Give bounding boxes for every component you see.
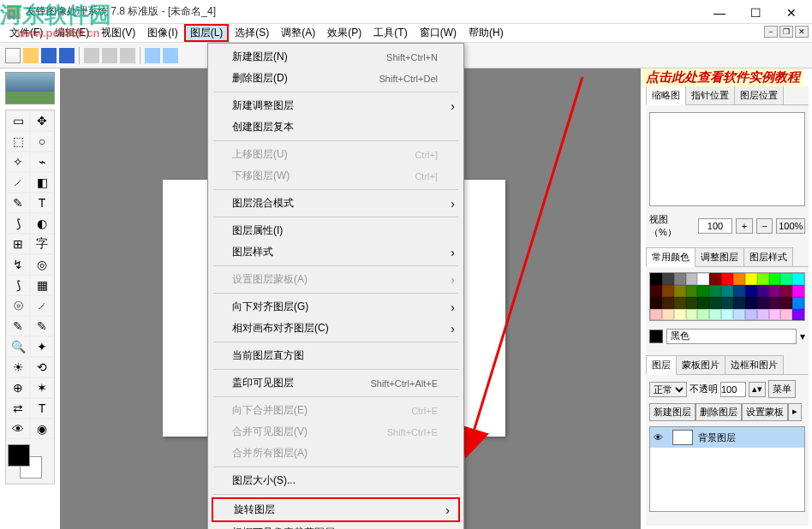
menu-item-根据可见像素裁剪[interactable]: 根据可见像素裁剪图层 bbox=[208, 522, 463, 529]
tool-button-25[interactable]: ⟲ bbox=[30, 357, 54, 377]
palette-cell[interactable] bbox=[721, 273, 733, 285]
palette-cell[interactable] bbox=[780, 273, 792, 285]
tab-调整图层[interactable]: 调整图层 bbox=[695, 247, 744, 266]
layer-menu-button[interactable]: 菜单 bbox=[768, 380, 796, 398]
tool-button-19[interactable]: ⟋ bbox=[30, 295, 54, 316]
opacity-input[interactable] bbox=[720, 382, 746, 397]
palette-cell[interactable] bbox=[721, 309, 733, 321]
tutorial-link[interactable]: 点击此处查看软件实例教程 bbox=[642, 68, 803, 86]
layer-op-设置蒙板[interactable]: 设置蒙板 bbox=[742, 403, 788, 421]
tab-边框和图片[interactable]: 边框和图片 bbox=[725, 355, 784, 374]
tool-button-27[interactable]: ✶ bbox=[30, 377, 54, 398]
tool-button-31[interactable]: ◉ bbox=[30, 419, 54, 439]
palette-cell[interactable] bbox=[757, 285, 769, 297]
save-icon[interactable] bbox=[41, 48, 57, 63]
tool-button-30[interactable]: 👁 bbox=[6, 419, 30, 439]
menu-item-当前图层直方图[interactable]: 当前图层直方图 bbox=[208, 345, 463, 366]
palette-cell[interactable] bbox=[757, 273, 769, 285]
palette-cell[interactable] bbox=[709, 273, 721, 285]
tool-button-5[interactable]: ⌁ bbox=[30, 152, 54, 172]
tool-button-7[interactable]: ◧ bbox=[30, 172, 54, 193]
palette-cell[interactable] bbox=[662, 285, 674, 297]
cut-icon[interactable] bbox=[84, 48, 99, 63]
document-thumbnail[interactable] bbox=[5, 72, 55, 104]
tool-button-18[interactable]: ⦾ bbox=[6, 295, 30, 316]
mdi-minimize[interactable]: − bbox=[764, 26, 778, 38]
tool-button-22[interactable]: 🔍 bbox=[6, 336, 30, 357]
menu-item-创建图层复本[interactable]: 创建图层复本 bbox=[208, 116, 463, 138]
tool-button-15[interactable]: ◎ bbox=[30, 254, 54, 275]
menu-窗口[interactable]: 窗口(W) bbox=[414, 24, 463, 42]
menu-item-相对画布对齐图层[interactable]: 相对画布对齐图层(C) bbox=[208, 318, 463, 339]
tool-button-21[interactable]: ✎ bbox=[30, 316, 54, 336]
menu-工具[interactable]: 工具(T) bbox=[367, 24, 413, 42]
menu-item-向下对齐图层G[interactable]: 向下对齐图层(G) bbox=[208, 296, 463, 318]
palette-cell[interactable] bbox=[709, 297, 721, 309]
palette-cell[interactable] bbox=[769, 309, 781, 321]
palette-cell[interactable] bbox=[650, 297, 662, 309]
palette-cell[interactable] bbox=[709, 285, 721, 297]
palette-cell[interactable] bbox=[650, 285, 662, 297]
blend-mode-select[interactable]: 正常 bbox=[649, 382, 687, 397]
layer-ops-more[interactable]: ▸ bbox=[788, 403, 802, 421]
menu-item-新建调整图层[interactable]: 新建调整图层 bbox=[208, 95, 463, 116]
foreground-swatch[interactable] bbox=[8, 444, 30, 467]
tab-常用颜色[interactable]: 常用颜色 bbox=[646, 247, 696, 267]
tool-button-14[interactable]: ↯ bbox=[6, 254, 30, 275]
palette-cell[interactable] bbox=[780, 309, 792, 321]
palette-cell[interactable] bbox=[792, 309, 804, 321]
palette-cell[interactable] bbox=[697, 297, 709, 309]
tool-button-10[interactable]: ⟆ bbox=[6, 213, 30, 234]
menu-item-旋转图层[interactable]: 旋转图层 bbox=[212, 497, 460, 522]
palette-cell[interactable] bbox=[662, 309, 674, 321]
palette-cell[interactable] bbox=[697, 273, 709, 285]
maximize-button[interactable]: ☐ bbox=[738, 3, 773, 22]
palette-cell[interactable] bbox=[674, 309, 686, 321]
tool-button-11[interactable]: ◐ bbox=[30, 213, 54, 234]
tool-button-16[interactable]: ⟆ bbox=[6, 275, 30, 295]
zoom-in-button[interactable]: + bbox=[736, 218, 753, 234]
menu-效果[interactable]: 效果(P) bbox=[321, 24, 367, 42]
save-as-icon[interactable] bbox=[59, 48, 75, 63]
menu-item-新建图层N[interactable]: 新建图层(N)Shift+Ctrl+N bbox=[208, 46, 463, 68]
palette-cell[interactable] bbox=[686, 273, 698, 285]
palette-cell[interactable] bbox=[780, 297, 792, 309]
palette-cell[interactable] bbox=[769, 273, 781, 285]
tool-button-20[interactable]: ✎ bbox=[6, 316, 30, 336]
palette-cell[interactable] bbox=[674, 273, 686, 285]
palette-cell[interactable] bbox=[733, 309, 745, 321]
tool-button-6[interactable]: ⟋ bbox=[6, 172, 30, 193]
menu-图像[interactable]: 图像(I) bbox=[141, 24, 183, 42]
palette-cell[interactable] bbox=[780, 285, 792, 297]
tool-button-23[interactable]: ✦ bbox=[30, 336, 54, 357]
palette-cell[interactable] bbox=[745, 285, 757, 297]
minimize-button[interactable]: — bbox=[702, 3, 737, 22]
menu-item-图层混合模式[interactable]: 图层混合模式 bbox=[208, 193, 463, 214]
open-icon[interactable] bbox=[23, 48, 39, 63]
tool-button-9[interactable]: T bbox=[30, 193, 54, 213]
new-icon[interactable] bbox=[5, 48, 21, 63]
palette-cell[interactable] bbox=[757, 309, 769, 321]
color-name-select[interactable]: 黑色 bbox=[666, 329, 797, 344]
mdi-restore[interactable]: ❐ bbox=[779, 26, 793, 38]
zoom-input[interactable] bbox=[698, 218, 732, 234]
current-color-swatch[interactable] bbox=[649, 330, 663, 343]
palette-cell[interactable] bbox=[674, 285, 686, 297]
palette-cell[interactable] bbox=[757, 297, 769, 309]
layer-entry-background[interactable]: 👁 背景图层 bbox=[650, 427, 804, 448]
tool-button-2[interactable]: ⬚ bbox=[6, 131, 30, 152]
palette-cell[interactable] bbox=[686, 309, 698, 321]
tab-图层样式[interactable]: 图层样式 bbox=[743, 247, 793, 266]
palette-cell[interactable] bbox=[709, 309, 721, 321]
visibility-eye-icon[interactable]: 👁 bbox=[654, 432, 667, 443]
layer-op-删除图层[interactable]: 删除图层 bbox=[696, 403, 742, 421]
palette-cell[interactable] bbox=[733, 273, 745, 285]
tool-button-0[interactable]: ▭ bbox=[6, 110, 30, 131]
tool-button-12[interactable]: ⊞ bbox=[6, 234, 30, 254]
menu-item-图层大小S[interactable]: 图层大小(S)... bbox=[208, 470, 463, 491]
palette-cell[interactable] bbox=[733, 285, 745, 297]
tool-button-8[interactable]: ✎ bbox=[6, 193, 30, 213]
color-dropdown-icon[interactable]: ▾ bbox=[800, 330, 805, 342]
tool-button-4[interactable]: ✧ bbox=[6, 152, 30, 172]
palette-cell[interactable] bbox=[697, 285, 709, 297]
